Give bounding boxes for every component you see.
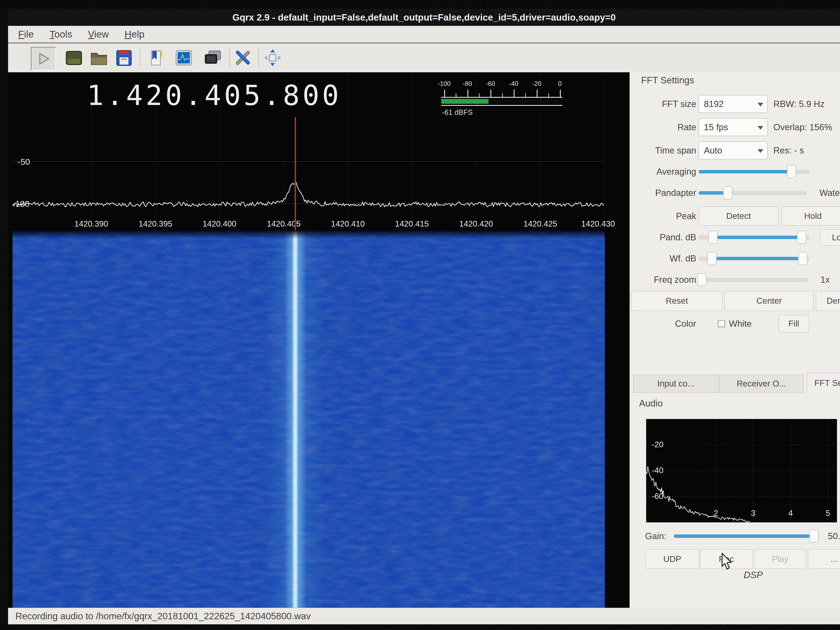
menu-bar: File Tools View Help: [8, 26, 840, 43]
pand-db-range-slider[interactable]: [699, 231, 809, 244]
play-button[interactable]: Play: [754, 549, 806, 569]
rate-combo[interactable]: 15 fps: [699, 118, 768, 136]
tools-icon: [234, 49, 252, 67]
menu-file[interactable]: File: [18, 29, 34, 40]
udp-button[interactable]: UDP: [646, 549, 699, 569]
record-icon: [65, 49, 83, 67]
audio-group-title: Audio: [639, 398, 663, 409]
averaging-slider[interactable]: [699, 165, 809, 178]
rbw-readout: RBW: 5.9 Hz: [774, 99, 824, 109]
fill-button[interactable]: Fill: [778, 315, 809, 333]
record-iq-button[interactable]: [64, 48, 84, 68]
menu-tools[interactable]: Tools: [49, 29, 72, 40]
audio-x-label: 4: [788, 508, 793, 518]
peak-label: Peak: [630, 211, 696, 221]
fft-settings-panel: FFT Settings FFT size 8192 RBW: 5.9 Hz R…: [630, 72, 840, 608]
tab-input-controls[interactable]: Input co...: [633, 374, 719, 393]
chevron-down-icon: [758, 126, 763, 129]
pand-db-label: Pand. dB: [630, 232, 696, 242]
reset-button[interactable]: Reset: [631, 291, 723, 311]
audio-fft-plot[interactable]: -20 -40 -60 2 3 4 5: [646, 419, 837, 523]
fft-size-value: 8192: [704, 99, 724, 109]
waterfall-noise: [13, 231, 605, 608]
status-bar: Recording audio to /home/fx/gqrx_2018100…: [8, 608, 840, 624]
configure-button[interactable]: [233, 48, 253, 68]
peak-detect-button[interactable]: Detect: [699, 206, 778, 226]
audio-x-label: 5: [826, 508, 830, 518]
waterfall-label: Waterfall: [819, 188, 840, 198]
audio-y-label: -20: [652, 440, 663, 449]
dual-display-icon: [204, 49, 222, 67]
audio-fft-trace: [646, 419, 837, 523]
demod-button[interactable]: Demod: [816, 291, 840, 311]
rate-label: Rate: [630, 122, 696, 132]
gain-slider[interactable]: [674, 530, 820, 543]
freq-tick-label: 1420.390: [74, 219, 108, 228]
freq-zoom-value: 1x: [820, 275, 830, 285]
open-button[interactable]: [89, 48, 109, 68]
color-label: Color: [630, 319, 696, 329]
audio-x-label: 3: [751, 508, 755, 518]
freq-tick-label: 1420.410: [331, 219, 365, 228]
chevron-down-icon: [758, 149, 763, 153]
toolbar-separator: [229, 48, 230, 68]
window-titlebar[interactable]: Gqrx 2.9 - default_input=False,default_o…: [8, 9, 840, 26]
pandapter-display-icon: [174, 49, 193, 67]
menu-help[interactable]: Help: [125, 29, 145, 40]
waterfall-top-shade: [13, 231, 605, 239]
gain-label: Gain:: [645, 531, 666, 541]
save-button[interactable]: [114, 48, 134, 68]
pandapter-view-button[interactable]: [174, 48, 193, 68]
lock-button[interactable]: Lock: [820, 229, 840, 246]
fft-size-combo[interactable]: 8192: [699, 95, 768, 113]
peak-hold-button[interactable]: Hold: [782, 206, 840, 226]
start-dsp-button[interactable]: [31, 47, 56, 71]
rate-value: 15 fps: [704, 122, 728, 132]
bookmark-icon: [146, 49, 165, 67]
gain-value: 50.0: [828, 531, 840, 541]
waterfall[interactable]: [13, 231, 605, 608]
spectrum-y-label: -100: [13, 199, 30, 209]
freq-tick-label: 1420.420: [459, 219, 493, 228]
play-icon: [34, 49, 53, 68]
pandapter-spectrum[interactable]: [13, 72, 605, 219]
res-readout: Res: - s: [774, 145, 804, 155]
freq-zoom-label: Freq zoom: [630, 275, 696, 285]
white-checkbox-label: White: [729, 319, 752, 329]
wf-db-label: Wf. dB: [630, 253, 696, 264]
tab-receiver-options[interactable]: Receiver O...: [719, 374, 804, 393]
pan-button[interactable]: [263, 48, 282, 68]
tuning-line[interactable]: [295, 117, 296, 230]
pandapter-label: Pandapter: [630, 188, 696, 198]
bezel-top: [0, 0, 840, 9]
toolbar: [8, 43, 840, 73]
center-button[interactable]: Center: [725, 291, 814, 311]
wf-db-range-slider[interactable]: [699, 252, 809, 265]
time-span-combo[interactable]: Auto: [699, 142, 768, 159]
more-button[interactable]: ...: [808, 549, 840, 569]
toolbar-separator: [140, 48, 141, 68]
overlap-readout: Overlap: 156%: [774, 122, 832, 132]
freq-zoom-slider[interactable]: [699, 273, 809, 286]
time-span-value: Auto: [704, 145, 722, 155]
open-folder-icon: [90, 49, 108, 67]
audio-y-label: -40: [652, 466, 663, 475]
time-span-label: Time span: [630, 145, 696, 155]
mouse-cursor: [721, 553, 735, 572]
averaging-label: Averaging: [630, 167, 696, 177]
pandapter-slider[interactable]: [699, 186, 807, 199]
dsp-label: DSP: [744, 569, 763, 580]
freq-tick-label: 1420.395: [139, 219, 172, 228]
white-checkbox[interactable]: [718, 320, 725, 327]
bezel-bottom: [0, 624, 840, 630]
menu-view[interactable]: View: [88, 29, 109, 40]
panel-title: FFT Settings: [641, 75, 694, 85]
bookmarks-button[interactable]: [146, 48, 165, 68]
tab-fft-settings[interactable]: FFT Settings: [807, 373, 840, 393]
audio-x-label: 2: [714, 508, 718, 518]
audio-y-label: -60: [652, 492, 663, 501]
dual-display-button[interactable]: [203, 48, 223, 68]
fft-size-label: FFT size: [630, 99, 696, 109]
toolbar-separator: [259, 48, 259, 68]
pan-arrows-icon: [263, 49, 282, 67]
